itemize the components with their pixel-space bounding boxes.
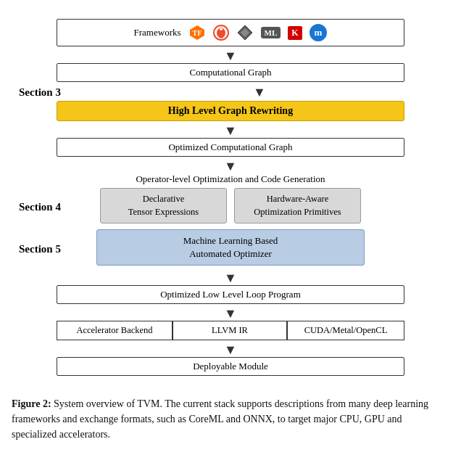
diagram: Frameworks TF ML K m ▼: [12, 12, 449, 386]
llvm-ir-label: LLVM IR: [212, 325, 248, 335]
section4-label: Section 4: [19, 201, 61, 213]
frameworks-row: Frameworks TF ML K m: [19, 19, 442, 46]
ml-optimizer-label: Machine Learning BasedAutomated Optimize…: [183, 235, 278, 259]
mnn-icon: m: [310, 24, 328, 41]
optimized-graph-row: Optimized Computational Graph: [19, 138, 442, 157]
arrow-7: ▼: [19, 343, 442, 356]
optimized-loop-row: Optimized Low Level Loop Program: [19, 285, 442, 304]
computational-graph-row: Computational Graph: [19, 63, 442, 82]
declarative-tensor-box: DeclarativeTensor Expressions: [100, 188, 227, 223]
caption-text: System overview of TVM. The current stac…: [12, 398, 428, 440]
frameworks-box: Frameworks TF ML K m: [57, 19, 404, 46]
arrow-6: ▼: [19, 307, 442, 320]
arrow-3: ▼: [19, 124, 442, 137]
mxnet-icon: [236, 24, 254, 41]
keras-icon: K: [288, 26, 302, 40]
ml-badge: ML: [261, 27, 281, 38]
arrow-2: ▼: [253, 86, 266, 99]
llvm-ir-box: LLVM IR: [173, 321, 287, 340]
deployable-row: Deployable Module: [19, 357, 442, 376]
high-level-box: High Level Graph Rewriting: [57, 101, 404, 121]
computational-graph-box: Computational Graph: [57, 63, 404, 82]
computational-graph-label: Computational Graph: [189, 67, 271, 78]
optimized-graph-label: Optimized Computational Graph: [168, 141, 292, 152]
hardware-aware-label: Hardware-AwareOptimization Primitives: [254, 194, 341, 217]
pytorch-icon: [213, 25, 229, 41]
figure-label: Figure 2:: [12, 398, 51, 409]
operator-text: Operator-level Optimization and Code Gen…: [57, 173, 404, 185]
optimized-loop-box: Optimized Low Level Loop Program: [57, 285, 404, 304]
accelerator-backend-box: Accelerator Backend: [57, 321, 173, 340]
section4-row: DeclarativeTensor Expressions Hardware-A…: [100, 188, 361, 223]
backend-row: Accelerator Backend LLVM IR CUDA/Metal/O…: [19, 321, 442, 340]
high-level-row: High Level Graph Rewriting: [19, 101, 442, 121]
optimized-graph-box: Optimized Computational Graph: [57, 138, 404, 157]
cuda-metal-box: CUDA/Metal/OpenCL: [287, 321, 404, 340]
frameworks-label: Frameworks: [134, 27, 181, 38]
section3-label: Section 3: [19, 86, 61, 99]
arrow-5: ▼: [19, 271, 442, 284]
high-level-label: High Level Graph Rewriting: [168, 105, 293, 116]
hardware-aware-box: Hardware-AwareOptimization Primitives: [234, 188, 361, 223]
deployable-label: Deployable Module: [193, 361, 268, 372]
cuda-metal-label: CUDA/Metal/OpenCL: [304, 325, 388, 335]
accelerator-backend-label: Accelerator Backend: [76, 325, 152, 335]
deployable-box: Deployable Module: [57, 357, 404, 376]
arrow-4: ▼: [19, 160, 442, 173]
section5-label: Section 5: [19, 243, 61, 255]
declarative-tensor-label: DeclarativeTensor Expressions: [128, 194, 199, 217]
section5-row: Machine Learning BasedAutomated Optimize…: [96, 229, 365, 266]
ml-optimizer-box: Machine Learning BasedAutomated Optimize…: [96, 229, 365, 266]
svg-text:TF: TF: [192, 29, 202, 37]
optimized-loop-label: Optimized Low Level Loop Program: [160, 289, 301, 300]
caption: Figure 2: System overview of TVM. The cu…: [12, 396, 449, 442]
svg-point-3: [220, 28, 223, 30]
tensorflow-icon: TF: [188, 24, 206, 41]
arrow-1: ▼: [19, 49, 442, 62]
